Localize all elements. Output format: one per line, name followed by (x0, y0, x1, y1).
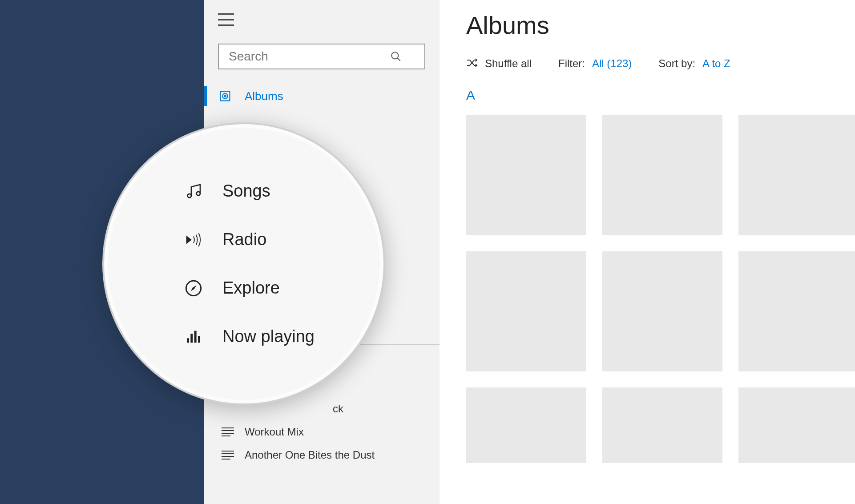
svg-line-1 (397, 58, 400, 61)
radio-icon (184, 230, 203, 249)
svg-point-5 (188, 194, 191, 197)
compass-icon (184, 279, 203, 298)
toolbar: Shuffle all Filter: All (123) Sort by: A… (466, 57, 855, 70)
nav-item-now-playing[interactable]: Now playing (184, 327, 383, 346)
album-tile[interactable] (738, 387, 855, 463)
shuffle-all-button[interactable]: Shuffle all (466, 57, 532, 70)
filter-control[interactable]: Filter: All (123) (558, 57, 632, 70)
album-tile[interactable] (738, 115, 855, 235)
sort-value: A to Z (702, 57, 730, 70)
shuffle-label: Shuffle all (485, 57, 532, 70)
search-icon (389, 49, 403, 64)
svg-rect-8 (187, 338, 189, 343)
svg-rect-10 (194, 331, 197, 343)
search-box[interactable] (218, 44, 425, 69)
nav-item-explore[interactable]: Explore (184, 278, 383, 298)
nav-item-radio[interactable]: Radio (184, 230, 383, 249)
playlist-item[interactable]: Workout Mix (204, 420, 440, 444)
svg-point-4 (224, 95, 226, 97)
album-tile[interactable] (602, 115, 722, 235)
nav-item-label: Albums (245, 89, 283, 103)
playlist-label: ck (333, 403, 343, 415)
playlist-item[interactable]: Another One Bites the Dust (204, 444, 440, 467)
hamburger-menu-button[interactable] (218, 13, 234, 26)
album-tile[interactable] (466, 387, 586, 463)
album-tile[interactable] (602, 251, 722, 371)
svg-rect-11 (198, 336, 200, 343)
sort-control[interactable]: Sort by: A to Z (658, 57, 730, 70)
album-grid (466, 115, 855, 463)
magnifier-lens: Songs Radio Explore (102, 122, 385, 405)
nav-item-label: Songs (222, 181, 270, 201)
page-title: Albums (466, 11, 855, 40)
nav-item-songs[interactable]: Songs (184, 181, 383, 201)
playlist-icon (222, 427, 234, 436)
album-tile[interactable] (602, 387, 722, 463)
album-icon (218, 89, 232, 103)
album-tile[interactable] (738, 251, 855, 371)
nav-item-label: Explore (222, 278, 280, 298)
svg-rect-9 (190, 334, 193, 343)
nav-item-label: Radio (222, 230, 266, 249)
music-note-icon (184, 182, 203, 201)
nav-item-label: Now playing (222, 327, 315, 346)
filter-value: All (123) (592, 57, 632, 70)
sort-label: Sort by: (658, 57, 695, 70)
search-input[interactable] (228, 49, 389, 64)
playlist-label: Workout Mix (245, 426, 304, 438)
nav-item-albums[interactable]: Albums (204, 83, 440, 109)
main-content: Albums Shuffle all Filter: All (123) Sor… (440, 0, 855, 504)
now-playing-icon (184, 327, 203, 346)
filter-label: Filter: (558, 57, 585, 70)
svg-point-6 (197, 191, 200, 195)
album-tile[interactable] (466, 251, 586, 371)
album-tile[interactable] (466, 115, 586, 235)
shuffle-icon (466, 57, 478, 70)
playlist-label: Another One Bites the Dust (245, 449, 375, 461)
section-letter[interactable]: A (466, 88, 855, 103)
playlist-icon (222, 451, 234, 460)
svg-point-0 (391, 52, 398, 59)
